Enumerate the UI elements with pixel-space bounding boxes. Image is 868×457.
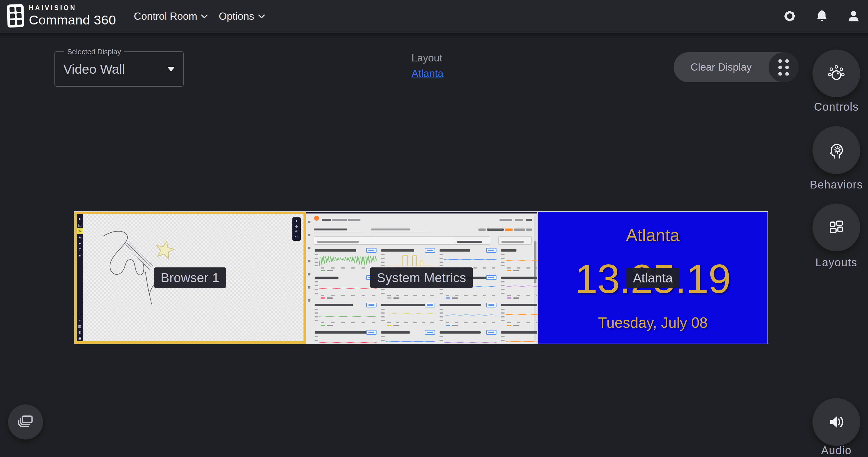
panel-link-badge[interactable] xyxy=(486,248,496,253)
panel-link-badge[interactable] xyxy=(486,303,496,308)
crop-tool[interactable]: ◱ xyxy=(77,222,83,228)
sparkline-chart xyxy=(319,308,376,322)
haivision-logo-icon xyxy=(6,3,25,29)
panel-link-badge[interactable] xyxy=(366,248,376,253)
pointer-icon[interactable]: ✦ xyxy=(295,219,298,223)
sparkline-chart xyxy=(506,335,537,344)
metrics-sidebar xyxy=(306,213,312,344)
sparkline-chart xyxy=(444,335,496,344)
layer-stack-icon xyxy=(18,415,34,429)
grip-dots-icon xyxy=(778,59,789,76)
top-bar: HAIVISION Command 360 Control Room Optio… xyxy=(0,0,868,33)
sparkline-chart xyxy=(444,253,496,267)
clear-display-button[interactable]: Clear Display xyxy=(674,52,799,82)
sparkline-chart xyxy=(506,281,537,294)
undo-icon[interactable]: ↶ xyxy=(295,230,298,234)
selected-display-label: Selected Display xyxy=(64,48,124,56)
layout-atlanta-link[interactable]: Atlanta xyxy=(411,68,443,80)
video-wall-preview: ➤◱✎★●T♠+▪▦⊛◉ ✦⊙↶↷ Browser 1 xyxy=(74,211,768,344)
shape-tool[interactable]: ● xyxy=(77,240,83,246)
layout-grid-icon xyxy=(828,219,845,236)
whiteboard-toolbar: ➤◱✎★●T♠+▪▦⊛◉ xyxy=(76,214,83,341)
behaviors-button[interactable] xyxy=(812,126,860,174)
sparkline-chart xyxy=(444,281,496,294)
menu-control-room[interactable]: Control Room xyxy=(134,0,208,33)
sparkline-chart xyxy=(386,335,435,344)
controls-button[interactable] xyxy=(812,50,860,97)
pen-tool[interactable]: ✎ xyxy=(77,228,83,234)
metric-panel xyxy=(314,302,377,328)
connect-tool[interactable]: ⊛ xyxy=(77,329,83,335)
metric-panel xyxy=(380,248,436,273)
source-label-text: Atlanta xyxy=(626,268,679,288)
sparkline-chart xyxy=(444,308,496,322)
redo-icon[interactable]: ↷ xyxy=(295,235,298,239)
sparkline-chart xyxy=(506,253,537,267)
panel-link-badge[interactable] xyxy=(425,248,435,253)
panel-link-badge[interactable] xyxy=(425,330,435,335)
panel-link-badge[interactable] xyxy=(486,275,496,280)
dot-tool[interactable]: ◉ xyxy=(77,335,83,341)
chevron-down-icon xyxy=(201,15,208,19)
metric-panel xyxy=(439,275,497,300)
settings-button[interactable] xyxy=(782,8,798,24)
metric-panel xyxy=(500,330,537,344)
speaker-icon xyxy=(828,414,845,430)
metric-panel xyxy=(500,248,537,273)
clock-city: Atlanta xyxy=(538,225,768,245)
wall-source-system-metrics[interactable]: System Metrics xyxy=(306,212,537,344)
head-gear-icon xyxy=(827,141,845,159)
audio-button[interactable] xyxy=(812,398,860,446)
panel-link-badge[interactable] xyxy=(366,303,376,308)
menu-options-label: Options xyxy=(219,10,254,22)
metric-panel xyxy=(314,330,377,344)
wall-source-browser-1[interactable]: ➤◱✎★●T♠+▪▦⊛◉ ✦⊙↶↷ Browser 1 xyxy=(74,212,306,344)
metric-panel xyxy=(439,330,497,344)
account-button[interactable] xyxy=(846,8,861,24)
star-shape xyxy=(155,240,175,259)
fill-tool[interactable]: ♠ xyxy=(77,252,83,259)
chevron-down-icon xyxy=(258,15,265,19)
menu-control-room-label: Control Room xyxy=(134,10,197,22)
wall-source-atlanta-clock[interactable]: Atlanta 13.25.19 Tuesday, July 08 Atlant… xyxy=(537,212,768,344)
menu-options[interactable]: Options xyxy=(219,0,265,33)
presets-button[interactable] xyxy=(8,404,43,439)
sparkline-chart xyxy=(386,281,435,294)
source-label: Atlanta xyxy=(626,270,679,285)
scribble-drawing xyxy=(99,227,199,314)
grid-tool[interactable]: ▦ xyxy=(77,323,83,329)
command360-app: HAIVISION Command 360 Control Room Optio… xyxy=(0,0,868,457)
clear-display-grip-button[interactable] xyxy=(769,52,799,82)
sparkline-chart xyxy=(319,281,376,294)
panel-link-badge[interactable] xyxy=(425,303,435,308)
sparkline-chart xyxy=(319,335,376,344)
sparkline-chart xyxy=(319,253,376,267)
layouts-button[interactable] xyxy=(812,203,860,251)
add-tool[interactable]: + xyxy=(77,311,83,317)
sparkline-chart xyxy=(506,308,537,322)
metric-panel xyxy=(380,275,436,300)
controls-label: Controls xyxy=(795,101,868,113)
panel-link-badge[interactable] xyxy=(366,330,376,335)
metric-panel xyxy=(439,248,497,273)
notifications-button[interactable] xyxy=(814,8,830,24)
text-tool[interactable]: T xyxy=(77,246,83,252)
brand: HAIVISION Command 360 xyxy=(7,3,116,28)
behaviors-label: Behaviors xyxy=(795,178,868,191)
caret-down-icon xyxy=(167,67,175,72)
frame-tool[interactable]: ▪ xyxy=(77,317,83,323)
panel-link-badge[interactable] xyxy=(366,275,376,280)
select-tool[interactable]: ➤ xyxy=(77,216,83,222)
orbit-icon xyxy=(827,64,845,82)
grafana-header xyxy=(314,216,532,246)
star-tool[interactable]: ★ xyxy=(77,234,83,240)
brand-name: HAIVISION xyxy=(29,4,116,12)
zoom-icon[interactable]: ⊙ xyxy=(295,224,298,229)
person-icon xyxy=(847,10,860,23)
brand-product: Command 360 xyxy=(29,12,116,28)
selected-display-select[interactable]: Selected Display Video Wall xyxy=(55,51,184,87)
panel-link-badge[interactable] xyxy=(425,275,435,280)
panel-link-badge[interactable] xyxy=(486,330,496,335)
clear-display-label: Clear Display xyxy=(674,52,769,82)
layouts-label: Layouts xyxy=(795,256,868,269)
